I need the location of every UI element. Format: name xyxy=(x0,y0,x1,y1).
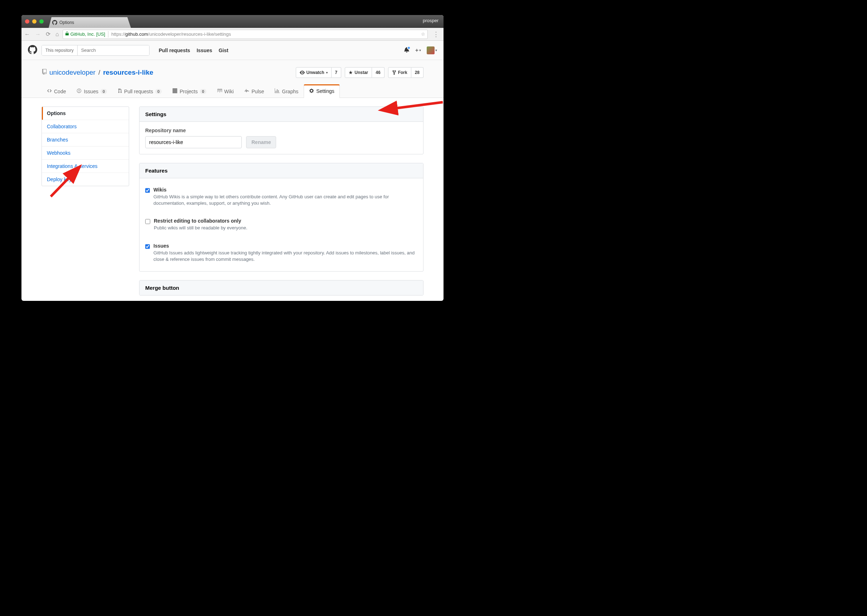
notification-dot-icon xyxy=(407,46,411,50)
url-path: /unicodeveloper/resources-i-like/setting… xyxy=(148,31,231,37)
bookmark-star-icon[interactable]: ☆ xyxy=(421,31,425,37)
features-panel: Features Wikis GitHub Wikis is a simple … xyxy=(139,163,424,272)
fork-button[interactable]: Fork xyxy=(388,67,411,78)
tab-pull-requests[interactable]: Pull requests 0 xyxy=(112,84,167,98)
tab-projects[interactable]: Projects 0 xyxy=(167,84,212,98)
titlebar: Options prosper xyxy=(22,15,443,28)
github-logo-icon[interactable] xyxy=(28,45,37,56)
close-window-icon[interactable] xyxy=(25,19,29,24)
wikis-checkbox[interactable] xyxy=(145,188,150,193)
tab-settings-label: Settings xyxy=(316,88,334,94)
nav-issues[interactable]: Issues xyxy=(197,47,213,53)
tab-pulse-label: Pulse xyxy=(251,89,264,94)
github-header: This repository Pull requests Issues Gis… xyxy=(22,41,443,60)
search-box: This repository xyxy=(41,45,150,56)
issues-checkbox[interactable] xyxy=(145,244,150,249)
address-bar[interactable]: GitHub, Inc. [US] https://github.com/uni… xyxy=(63,30,428,39)
lock-icon xyxy=(65,31,69,37)
search-scope[interactable]: This repository xyxy=(42,46,77,55)
browser-toolbar: ← → ⟳ ⌂ GitHub, Inc. [US] https://github… xyxy=(22,28,443,41)
tab-settings[interactable]: Settings xyxy=(304,84,340,98)
pulls-counter: 0 xyxy=(155,89,162,94)
repo-owner-link[interactable]: unicodeveloper xyxy=(49,69,96,77)
watch-count[interactable]: 7 xyxy=(331,67,342,78)
avatar-icon xyxy=(427,46,435,54)
unwatch-button[interactable]: Unwatch ▾ xyxy=(296,67,331,78)
tab-projects-label: Projects xyxy=(180,89,198,94)
tab-code[interactable]: Code xyxy=(41,84,71,98)
repo-icon xyxy=(41,69,47,77)
search-input[interactable] xyxy=(77,46,149,55)
fork-label: Fork xyxy=(398,70,407,75)
main-column: Settings Repository name Rename Features xyxy=(139,107,424,288)
sidebar-item-branches[interactable]: Branches xyxy=(42,133,129,146)
header-nav: Pull requests Issues Gist xyxy=(159,47,229,53)
rename-button[interactable]: Rename xyxy=(246,136,276,148)
avatar-menu[interactable]: ▾ xyxy=(427,46,437,54)
unstar-label: Unstar xyxy=(355,70,368,75)
back-icon[interactable]: ← xyxy=(24,31,30,38)
profile-badge[interactable]: prosper xyxy=(423,18,438,23)
tab-graphs-label: Graphs xyxy=(282,89,298,94)
tab-wiki[interactable]: Wiki xyxy=(212,84,239,98)
forward-icon[interactable]: → xyxy=(35,31,41,38)
tab-title: Options xyxy=(59,20,74,25)
pulse-icon xyxy=(244,88,249,94)
maximize-window-icon[interactable] xyxy=(39,19,44,24)
tab-wiki-label: Wiki xyxy=(224,89,233,94)
project-icon xyxy=(172,88,177,94)
restrict-label: Restrict editing to collaborators only xyxy=(154,218,247,224)
minimize-window-icon[interactable] xyxy=(32,19,36,24)
github-favicon-icon xyxy=(52,20,57,25)
settings-panel-title: Settings xyxy=(139,107,423,122)
gear-icon xyxy=(309,88,314,94)
restrict-checkbox[interactable] xyxy=(145,219,150,224)
tab-code-label: Code xyxy=(54,89,66,94)
wikis-label: Wikis xyxy=(153,187,418,193)
settings-panel: Settings Repository name Rename xyxy=(139,107,424,154)
repo-name-link[interactable]: resources-i-like xyxy=(103,69,153,77)
settings-sidebar: Options Collaborators Branches Webhooks … xyxy=(41,107,129,288)
issues-counter: 0 xyxy=(101,89,107,94)
restrict-description: Public wikis will still be readable by e… xyxy=(154,225,247,231)
create-new-icon[interactable]: +▾ xyxy=(415,47,421,53)
fork-group: Fork 28 xyxy=(388,67,424,78)
unstar-button[interactable]: ★ Unstar xyxy=(345,67,372,78)
reload-icon[interactable]: ⟳ xyxy=(46,31,50,38)
browser-menu-icon[interactable]: ⋮ xyxy=(431,30,441,38)
star-icon: ★ xyxy=(349,70,353,75)
issue-icon xyxy=(77,88,82,94)
fork-count[interactable]: 28 xyxy=(411,67,424,78)
issues-description: GitHub Issues adds lightweight issue tra… xyxy=(153,250,418,262)
notifications-icon[interactable] xyxy=(404,47,410,54)
url-text: https://github.com/unicodeveloper/resour… xyxy=(111,31,231,37)
home-icon[interactable]: ⌂ xyxy=(55,31,59,38)
repo-header: unicodeveloper / resources-i-like Unwatc… xyxy=(22,60,443,98)
browser-tab[interactable]: Options xyxy=(49,17,131,28)
merge-panel-title: Merge button xyxy=(139,280,423,295)
sidebar-item-integrations[interactable]: Integrations & services xyxy=(42,159,129,173)
repo-tabs: Code Issues 0 Pull requests 0 P xyxy=(41,84,424,97)
secure-label: GitHub, Inc. [US] xyxy=(71,31,106,37)
repo-actions: Unwatch ▾ 7 ★ Unstar 46 Fork xyxy=(296,67,424,78)
nav-pull-requests[interactable]: Pull requests xyxy=(159,47,190,53)
tab-graphs[interactable]: Graphs xyxy=(270,84,304,98)
graph-icon xyxy=(275,88,280,94)
breadcrumb: unicodeveloper / resources-i-like xyxy=(41,69,153,77)
sidebar-item-deploy-keys[interactable]: Deploy keys xyxy=(42,173,129,186)
secure-indicator: GitHub, Inc. [US] xyxy=(65,31,106,37)
separator xyxy=(108,31,109,38)
sidebar-item-options[interactable]: Options xyxy=(42,107,129,120)
star-count[interactable]: 46 xyxy=(372,67,384,78)
sidebar-item-collaborators[interactable]: Collaborators xyxy=(42,120,129,133)
browser-window: Options prosper ← → ⟳ ⌂ GitHub, Inc. [US… xyxy=(22,15,443,301)
repo-name-input[interactable] xyxy=(145,136,242,148)
issues-label: Issues xyxy=(153,243,418,249)
sidebar-item-webhooks[interactable]: Webhooks xyxy=(42,146,129,159)
repo-name-label: Repository name xyxy=(145,127,418,133)
tab-pulse[interactable]: Pulse xyxy=(239,84,270,98)
book-icon xyxy=(217,88,222,94)
projects-counter: 0 xyxy=(200,89,207,94)
nav-gist[interactable]: Gist xyxy=(219,47,228,53)
tab-issues[interactable]: Issues 0 xyxy=(71,84,112,98)
